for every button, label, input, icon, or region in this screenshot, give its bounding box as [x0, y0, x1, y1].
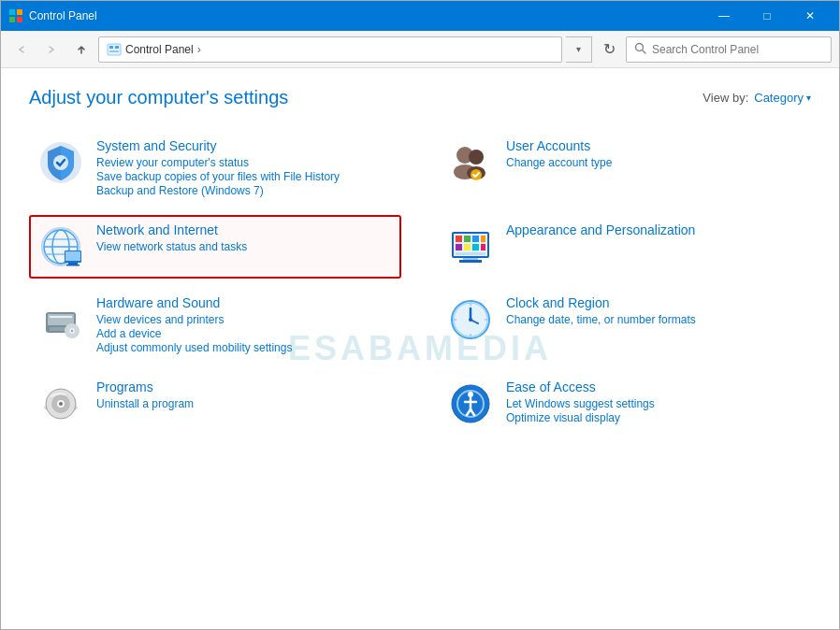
back-button[interactable] [8, 36, 35, 63]
svg-rect-26 [68, 263, 78, 265]
programs-link-1[interactable]: Uninstall a program [96, 397, 394, 410]
clock-region-link-1[interactable]: Change date, time, or number formats [506, 313, 804, 326]
category-network-internet[interactable]: Network and Internet View network status… [29, 215, 401, 279]
window-title: Control Panel [29, 9, 702, 22]
svg-rect-3 [17, 17, 22, 22]
category-user-accounts[interactable]: User Accounts Change account type [439, 131, 811, 206]
user-accounts-content: User Accounts Change account type [506, 138, 804, 170]
svg-rect-34 [456, 244, 462, 251]
search-box[interactable] [626, 36, 832, 63]
svg-rect-38 [456, 252, 485, 255]
svg-rect-25 [65, 251, 80, 261]
user-accounts-icon [446, 138, 495, 187]
title-bar: Control Panel — □ ✕ [1, 1, 839, 31]
category-hardware-sound[interactable]: Hardware and Sound View devices and prin… [29, 288, 401, 363]
svg-point-61 [59, 402, 63, 406]
close-button[interactable]: ✕ [789, 1, 832, 31]
programs-title[interactable]: Programs [96, 379, 394, 394]
hardware-sound-link-3[interactable]: Adjust commonly used mobility settings [96, 341, 394, 354]
svg-rect-30 [456, 236, 462, 242]
search-input[interactable] [652, 43, 823, 56]
view-by-control: View by: Category ▾ [702, 91, 811, 105]
minimize-button[interactable]: — [702, 1, 746, 31]
hardware-sound-link-2[interactable]: Add a device [96, 327, 394, 340]
category-system-security[interactable]: System and Security Review your computer… [29, 131, 401, 206]
svg-rect-1 [17, 9, 22, 15]
svg-point-8 [636, 43, 644, 50]
view-by-dropdown[interactable]: Category ▾ [754, 91, 811, 105]
system-security-link-2[interactable]: Save backup copies of your files with Fi… [96, 170, 394, 183]
svg-rect-32 [472, 236, 479, 242]
clock-region-content: Clock and Region Change date, time, or n… [506, 295, 804, 327]
svg-rect-31 [464, 236, 471, 242]
svg-rect-42 [48, 314, 74, 325]
category-appearance[interactable]: Appearance and Personalization [439, 215, 811, 279]
address-dropdown-button[interactable]: ▾ [566, 36, 592, 63]
categories-grid: System and Security Review your computer… [29, 131, 811, 436]
system-security-title[interactable]: System and Security [96, 138, 394, 153]
svg-rect-0 [9, 9, 15, 15]
breadcrumb-icon [107, 42, 122, 57]
maximize-button[interactable]: □ [746, 1, 789, 31]
search-icon [634, 42, 646, 57]
system-security-content: System and Security Review your computer… [96, 138, 394, 198]
appearance-icon [446, 222, 495, 271]
user-accounts-link-1[interactable]: Change account type [506, 156, 804, 169]
network-internet-content: Network and Internet View network status… [96, 222, 394, 254]
svg-rect-36 [472, 244, 479, 251]
category-programs[interactable]: Programs Uninstall a program [29, 372, 401, 436]
svg-rect-4 [108, 44, 121, 55]
svg-rect-35 [464, 244, 471, 251]
svg-rect-39 [463, 258, 478, 260]
svg-point-52 [469, 318, 472, 322]
network-internet-link-1[interactable]: View network status and tasks [96, 240, 394, 253]
ease-of-access-icon [446, 379, 495, 428]
address-bar: Control Panel › ▾ ↻ [1, 31, 839, 68]
svg-rect-7 [109, 50, 119, 52]
breadcrumb-text: Control Panel [125, 43, 194, 56]
ease-of-access-content: Ease of Access Let Windows suggest setti… [506, 379, 804, 425]
hardware-sound-title[interactable]: Hardware and Sound [96, 295, 394, 310]
ease-of-access-title[interactable]: Ease of Access [506, 379, 804, 394]
user-accounts-title[interactable]: User Accounts [506, 138, 804, 153]
programs-content: Programs Uninstall a program [96, 379, 394, 411]
svg-point-64 [468, 392, 473, 397]
page-title: Adjust your computer's settings [29, 87, 288, 108]
svg-point-47 [71, 330, 73, 332]
chevron-down-icon: ▾ [806, 93, 811, 103]
appearance-content: Appearance and Personalization [506, 222, 804, 240]
ease-of-access-link-1[interactable]: Let Windows suggest settings [506, 397, 804, 410]
breadcrumb-separator: › [197, 43, 201, 56]
up-button[interactable] [68, 36, 94, 63]
svg-rect-27 [66, 265, 80, 266]
window-controls: — □ ✕ [702, 1, 832, 31]
svg-point-14 [469, 150, 484, 165]
svg-rect-40 [459, 260, 482, 263]
category-clock-region[interactable]: Clock and Region Change date, time, or n… [439, 288, 811, 363]
forward-button[interactable] [38, 36, 65, 63]
svg-rect-2 [9, 17, 15, 22]
svg-line-9 [643, 50, 645, 53]
clock-region-icon [446, 295, 495, 344]
svg-rect-5 [109, 46, 113, 49]
appearance-title[interactable]: Appearance and Personalization [506, 222, 804, 237]
svg-rect-37 [481, 244, 485, 251]
view-by-label: View by: [702, 91, 748, 105]
hardware-sound-icon [36, 295, 85, 344]
refresh-button[interactable]: ↻ [596, 36, 622, 63]
hardware-sound-link-1[interactable]: View devices and printers [96, 313, 394, 326]
hardware-sound-content: Hardware and Sound View devices and prin… [96, 295, 394, 355]
network-internet-title[interactable]: Network and Internet [96, 222, 394, 237]
address-box[interactable]: Control Panel › [98, 36, 562, 63]
category-ease-of-access[interactable]: Ease of Access Let Windows suggest setti… [439, 372, 811, 436]
svg-rect-44 [50, 316, 72, 318]
svg-rect-33 [481, 236, 485, 242]
svg-rect-6 [115, 46, 119, 49]
system-security-link-3[interactable]: Backup and Restore (Windows 7) [96, 184, 394, 197]
system-security-icon [36, 138, 85, 187]
app-icon [8, 8, 23, 23]
ease-of-access-link-2[interactable]: Optimize visual display [506, 411, 804, 424]
system-security-link-1[interactable]: Review your computer's status [96, 156, 394, 169]
clock-region-title[interactable]: Clock and Region [506, 295, 804, 310]
page-header: Adjust your computer's settings View by:… [29, 87, 811, 108]
